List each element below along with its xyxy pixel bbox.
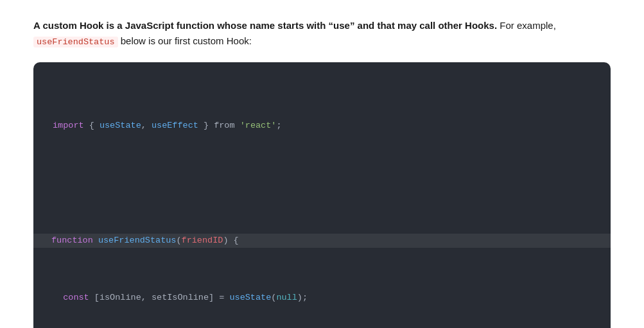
code-block: import { useState, useEffect } from 'rea… bbox=[51, 76, 593, 328]
code-line-3: function useFriendStatus(friendID) { bbox=[33, 234, 611, 248]
inline-code-usefriendstatus: useFriendStatus bbox=[33, 37, 118, 47]
intro-rest: For example, bbox=[497, 20, 556, 31]
code-block-container: import { useState, useEffect } from 'rea… bbox=[33, 62, 611, 328]
intro-after-code: below is our first custom Hook: bbox=[118, 35, 252, 46]
intro-bold: A custom Hook is a JavaScript function w… bbox=[33, 20, 497, 31]
code-line-1: import { useState, useEffect } from 'rea… bbox=[51, 119, 593, 133]
intro-paragraph: A custom Hook is a JavaScript function w… bbox=[33, 18, 611, 49]
code-line-4: const [isOnline, setIsOnline] = useState… bbox=[51, 291, 593, 305]
code-line-2 bbox=[51, 176, 593, 190]
